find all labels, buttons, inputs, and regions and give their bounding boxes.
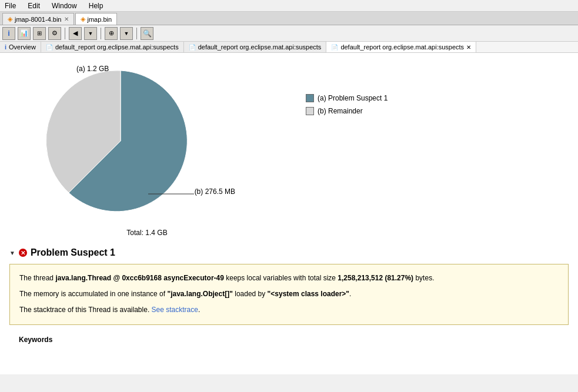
- problem-section: ▼ ✕ Problem Suspect 1 The thread java.la…: [0, 243, 578, 353]
- size-value: 1,258,213,512 (81.27%): [338, 274, 413, 282]
- pie-total: Total: 1.4 GB: [12, 229, 282, 237]
- info-toolbar-btn[interactable]: i: [2, 27, 15, 40]
- export-dropdown-btn[interactable]: ▼: [120, 27, 133, 40]
- view-tab-report-3[interactable]: 📄 default_report org.eclipse.mat.api:sus…: [326, 42, 476, 52]
- legend-item-a: (a) Problem Suspect 1: [306, 94, 387, 102]
- thread-name: java.lang.Thread @ 0xcc6b9168 asyncExecu…: [55, 274, 224, 282]
- stacktrace-link[interactable]: See stacktrace: [152, 306, 198, 314]
- legend-color-a: [306, 94, 314, 102]
- problem-desc-1: The thread java.lang.Thread @ 0xcc6b9168…: [19, 273, 559, 284]
- pie-label-b: (b) 276.5 MB: [195, 187, 235, 196]
- view-tab-report-2-label: default_report org.eclipse.mat.api:suspe…: [198, 43, 322, 51]
- view-tab-report-1-label: default_report org.eclipse.mat.api:suspe…: [55, 43, 179, 51]
- keywords-label: Keywords: [19, 336, 52, 344]
- chart-section: (a) 1.2 GB (b) 276.5 MB Total: 1.4 GB: [0, 53, 578, 243]
- loader-name: "<system class loader>": [268, 290, 349, 298]
- view-tab-overview-label: Overview: [9, 43, 36, 51]
- page-icon-1: 📄: [46, 44, 53, 51]
- problem-title: Problem Suspect 1: [31, 247, 115, 258]
- legend-color-b: [306, 107, 314, 115]
- file-icon-2: ◈: [81, 15, 85, 23]
- menu-bar: File Edit Window Help: [0, 0, 578, 12]
- nav-back-btn[interactable]: ◀: [69, 27, 82, 40]
- page-icon-2: 📄: [189, 44, 196, 51]
- page-icon-3: 📄: [331, 44, 338, 51]
- main-content: (a) 1.2 GB (b) 276.5 MB Total: 1.4 GB: [0, 53, 578, 374]
- pie-chart: [12, 59, 229, 223]
- problem-desc-3: The stacktrace of this Thread is availab…: [19, 304, 559, 316]
- legend-label-a: (a) Problem Suspect 1: [318, 94, 387, 102]
- file-tab-jmap[interactable]: ◈ jmap.bin: [75, 13, 118, 25]
- chart-toolbar-btn[interactable]: 📊: [18, 27, 31, 40]
- keywords-section: Keywords: [9, 331, 569, 349]
- file-tab-close[interactable]: ✕: [64, 16, 69, 22]
- file-icon: ◈: [8, 15, 12, 23]
- menu-file[interactable]: File: [2, 1, 18, 11]
- class-name: "java.lang.Object[]": [167, 290, 232, 298]
- export-btn[interactable]: ⊕: [105, 27, 118, 40]
- toolbar-separator-3: [136, 28, 137, 39]
- collapse-arrow[interactable]: ▼: [9, 250, 15, 256]
- file-tab-label: jmap-8001-4.bin: [15, 16, 62, 23]
- view-tab-overview[interactable]: i Overview: [0, 42, 41, 52]
- info-icon: i: [5, 43, 6, 51]
- toolbar-separator-2: [101, 28, 101, 39]
- nav-dropdown-btn[interactable]: ▼: [84, 27, 97, 40]
- toolbar-separator-1: [65, 28, 65, 39]
- settings-toolbar-btn[interactable]: ⚙: [48, 27, 61, 40]
- chart-container: (a) 1.2 GB (b) 276.5 MB Total: 1.4 GB: [12, 59, 282, 237]
- problem-header: ▼ ✕ Problem Suspect 1: [9, 247, 569, 258]
- menu-edit[interactable]: Edit: [25, 1, 42, 11]
- menu-window[interactable]: Window: [49, 1, 79, 11]
- file-tab-jmap-8001[interactable]: ◈ jmap-8001-4.bin ✕: [2, 13, 74, 25]
- problem-desc-2: The memory is accumulated in one instanc…: [19, 289, 559, 300]
- pie-label-a: (a) 1.2 GB: [76, 65, 109, 73]
- file-tabs: ◈ jmap-8001-4.bin ✕ ◈ jmap.bin: [0, 12, 578, 25]
- file-tab-label-2: jmap.bin: [88, 16, 112, 23]
- error-icon: ✕: [19, 249, 27, 257]
- legend-label-b: (b) Remainder: [318, 107, 363, 115]
- view-tab-report-3-label: default_report org.eclipse.mat.api:suspe…: [340, 43, 464, 51]
- table-toolbar-btn[interactable]: ⊞: [33, 27, 46, 40]
- menu-help[interactable]: Help: [86, 1, 106, 11]
- chart-legend: (a) Problem Suspect 1 (b) Remainder: [306, 94, 387, 120]
- view-tab-close[interactable]: ✕: [466, 44, 471, 51]
- problem-box: The thread java.lang.Thread @ 0xcc6b9168…: [9, 264, 569, 325]
- search-btn[interactable]: 🔍: [141, 27, 153, 40]
- view-tabs: i Overview 📄 default_report org.eclipse.…: [0, 42, 578, 53]
- view-tab-report-1[interactable]: 📄 default_report org.eclipse.mat.api:sus…: [41, 42, 184, 52]
- legend-item-b: (b) Remainder: [306, 107, 387, 115]
- toolbar: i 📊 ⊞ ⚙ ◀ ▼ ⊕ ▼ 🔍: [0, 25, 578, 42]
- view-tab-report-2[interactable]: 📄 default_report org.eclipse.mat.api:sus…: [184, 42, 327, 52]
